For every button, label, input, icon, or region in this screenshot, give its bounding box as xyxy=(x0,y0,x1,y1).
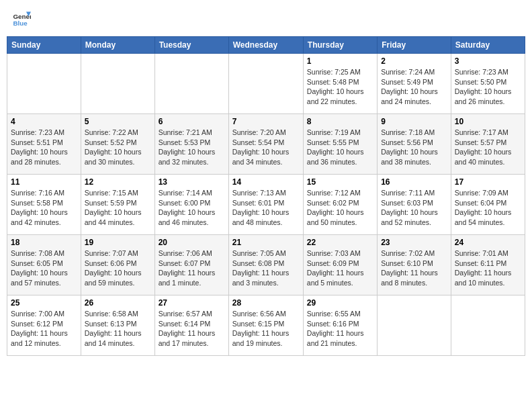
week-row-4: 18Sunrise: 7:08 AM Sunset: 6:05 PM Dayli… xyxy=(7,235,525,295)
empty-cell xyxy=(228,54,303,114)
day-info: Sunrise: 7:00 AM Sunset: 6:12 PM Dayligh… xyxy=(11,309,77,349)
week-row-1: 1Sunrise: 7:25 AM Sunset: 5:48 PM Daylig… xyxy=(7,54,525,114)
day-cell-7: 7Sunrise: 7:20 AM Sunset: 5:54 PM Daylig… xyxy=(228,114,303,175)
day-cell-21: 21Sunrise: 7:05 AM Sunset: 6:08 PM Dayli… xyxy=(228,235,303,295)
svg-text:Blue: Blue xyxy=(13,19,28,27)
day-cell-19: 19Sunrise: 7:07 AM Sunset: 6:06 PM Dayli… xyxy=(81,235,154,295)
empty-cell xyxy=(451,295,525,356)
day-number: 12 xyxy=(85,177,151,187)
week-row-2: 4Sunrise: 7:23 AM Sunset: 5:51 PM Daylig… xyxy=(7,114,525,175)
day-info: Sunrise: 7:19 AM Sunset: 5:55 PM Dayligh… xyxy=(307,128,373,167)
weekday-header-thursday: Thursday xyxy=(303,37,377,54)
day-info: Sunrise: 7:13 AM Sunset: 6:01 PM Dayligh… xyxy=(232,188,300,228)
day-info: Sunrise: 6:57 AM Sunset: 6:14 PM Dayligh… xyxy=(159,309,225,349)
day-number: 17 xyxy=(455,177,521,187)
day-info: Sunrise: 7:15 AM Sunset: 5:59 PM Dayligh… xyxy=(85,188,151,228)
day-info: Sunrise: 7:21 AM Sunset: 5:53 PM Dayligh… xyxy=(159,128,225,167)
day-info: Sunrise: 7:12 AM Sunset: 6:02 PM Dayligh… xyxy=(307,188,373,228)
day-info: Sunrise: 7:17 AM Sunset: 5:57 PM Dayligh… xyxy=(455,128,521,167)
day-cell-23: 23Sunrise: 7:02 AM Sunset: 6:10 PM Dayli… xyxy=(378,235,451,295)
weekday-header-row: SundayMondayTuesdayWednesdayThursdayFrid… xyxy=(7,37,525,54)
day-cell-8: 8Sunrise: 7:19 AM Sunset: 5:55 PM Daylig… xyxy=(303,114,377,175)
day-cell-20: 20Sunrise: 7:06 AM Sunset: 6:07 PM Dayli… xyxy=(154,235,228,295)
day-number: 26 xyxy=(85,298,151,308)
day-cell-15: 15Sunrise: 7:12 AM Sunset: 6:02 PM Dayli… xyxy=(303,175,377,235)
day-info: Sunrise: 7:14 AM Sunset: 6:00 PM Dayligh… xyxy=(159,188,225,228)
day-number: 15 xyxy=(307,177,373,187)
day-cell-4: 4Sunrise: 7:23 AM Sunset: 5:51 PM Daylig… xyxy=(7,114,81,175)
day-cell-29: 29Sunrise: 6:55 AM Sunset: 6:16 PM Dayli… xyxy=(303,295,377,356)
day-cell-1: 1Sunrise: 7:25 AM Sunset: 5:48 PM Daylig… xyxy=(303,54,377,114)
calendar-table: SundayMondayTuesdayWednesdayThursdayFrid… xyxy=(7,36,525,356)
day-info: Sunrise: 7:08 AM Sunset: 6:05 PM Dayligh… xyxy=(11,248,77,288)
day-number: 10 xyxy=(455,117,521,126)
day-info: Sunrise: 7:01 AM Sunset: 6:11 PM Dayligh… xyxy=(455,248,521,288)
day-number: 11 xyxy=(11,177,77,187)
day-number: 28 xyxy=(232,298,300,308)
weekday-header-saturday: Saturday xyxy=(451,37,525,54)
day-cell-25: 25Sunrise: 7:00 AM Sunset: 6:12 PM Dayli… xyxy=(7,295,81,356)
day-cell-26: 26Sunrise: 6:58 AM Sunset: 6:13 PM Dayli… xyxy=(81,295,154,356)
day-cell-2: 2Sunrise: 7:24 AM Sunset: 5:49 PM Daylig… xyxy=(378,54,451,114)
day-cell-22: 22Sunrise: 7:03 AM Sunset: 6:09 PM Dayli… xyxy=(303,235,377,295)
day-info: Sunrise: 7:07 AM Sunset: 6:06 PM Dayligh… xyxy=(85,248,151,288)
day-info: Sunrise: 6:56 AM Sunset: 6:15 PM Dayligh… xyxy=(232,309,300,349)
day-cell-6: 6Sunrise: 7:21 AM Sunset: 5:53 PM Daylig… xyxy=(154,114,228,175)
weekday-header-friday: Friday xyxy=(378,37,451,54)
week-row-3: 11Sunrise: 7:16 AM Sunset: 5:58 PM Dayli… xyxy=(7,175,525,235)
day-info: Sunrise: 7:16 AM Sunset: 5:58 PM Dayligh… xyxy=(11,188,77,228)
day-info: Sunrise: 7:22 AM Sunset: 5:52 PM Dayligh… xyxy=(85,128,151,167)
day-info: Sunrise: 7:02 AM Sunset: 6:10 PM Dayligh… xyxy=(381,248,447,288)
logo-icon: General Blue xyxy=(12,9,31,28)
day-number: 3 xyxy=(455,56,521,66)
day-number: 22 xyxy=(307,238,373,247)
day-cell-12: 12Sunrise: 7:15 AM Sunset: 5:59 PM Dayli… xyxy=(81,175,154,235)
day-cell-27: 27Sunrise: 6:57 AM Sunset: 6:14 PM Dayli… xyxy=(154,295,228,356)
day-number: 23 xyxy=(381,238,447,247)
day-info: Sunrise: 7:18 AM Sunset: 5:56 PM Dayligh… xyxy=(381,128,447,167)
day-cell-9: 9Sunrise: 7:18 AM Sunset: 5:56 PM Daylig… xyxy=(378,114,451,175)
day-info: Sunrise: 7:25 AM Sunset: 5:48 PM Dayligh… xyxy=(307,67,373,107)
day-number: 24 xyxy=(455,238,521,247)
day-cell-10: 10Sunrise: 7:17 AM Sunset: 5:57 PM Dayli… xyxy=(451,114,525,175)
day-info: Sunrise: 7:09 AM Sunset: 6:04 PM Dayligh… xyxy=(455,188,521,228)
day-number: 27 xyxy=(159,298,225,308)
day-number: 7 xyxy=(232,117,300,126)
day-info: Sunrise: 7:03 AM Sunset: 6:09 PM Dayligh… xyxy=(307,248,373,288)
day-cell-24: 24Sunrise: 7:01 AM Sunset: 6:11 PM Dayli… xyxy=(451,235,525,295)
day-info: Sunrise: 7:23 AM Sunset: 5:51 PM Dayligh… xyxy=(11,128,77,167)
page-header: General Blue xyxy=(7,7,525,31)
day-number: 20 xyxy=(159,238,225,247)
weekday-header-wednesday: Wednesday xyxy=(228,37,303,54)
weekday-header-tuesday: Tuesday xyxy=(154,37,228,54)
day-cell-5: 5Sunrise: 7:22 AM Sunset: 5:52 PM Daylig… xyxy=(81,114,154,175)
day-number: 16 xyxy=(381,177,447,187)
day-number: 8 xyxy=(307,117,373,126)
weekday-header-sunday: Sunday xyxy=(7,37,81,54)
day-number: 25 xyxy=(11,298,77,308)
day-number: 5 xyxy=(85,117,151,126)
empty-cell xyxy=(7,54,81,114)
day-number: 6 xyxy=(159,117,225,126)
day-number: 1 xyxy=(307,56,373,66)
day-number: 19 xyxy=(85,238,151,247)
day-info: Sunrise: 7:06 AM Sunset: 6:07 PM Dayligh… xyxy=(159,248,225,288)
day-info: Sunrise: 7:23 AM Sunset: 5:50 PM Dayligh… xyxy=(455,67,521,107)
day-number: 29 xyxy=(307,298,373,308)
day-number: 14 xyxy=(232,177,300,187)
day-info: Sunrise: 7:20 AM Sunset: 5:54 PM Dayligh… xyxy=(232,128,300,167)
day-info: Sunrise: 7:05 AM Sunset: 6:08 PM Dayligh… xyxy=(232,248,300,288)
day-number: 21 xyxy=(232,238,300,247)
logo: General Blue xyxy=(12,9,34,28)
empty-cell xyxy=(154,54,228,114)
day-cell-16: 16Sunrise: 7:11 AM Sunset: 6:03 PM Dayli… xyxy=(378,175,451,235)
day-info: Sunrise: 6:58 AM Sunset: 6:13 PM Dayligh… xyxy=(85,309,151,349)
day-cell-13: 13Sunrise: 7:14 AM Sunset: 6:00 PM Dayli… xyxy=(154,175,228,235)
day-number: 13 xyxy=(159,177,225,187)
day-number: 2 xyxy=(381,56,447,66)
day-cell-14: 14Sunrise: 7:13 AM Sunset: 6:01 PM Dayli… xyxy=(228,175,303,235)
week-row-5: 25Sunrise: 7:00 AM Sunset: 6:12 PM Dayli… xyxy=(7,295,525,356)
day-cell-18: 18Sunrise: 7:08 AM Sunset: 6:05 PM Dayli… xyxy=(7,235,81,295)
day-info: Sunrise: 7:24 AM Sunset: 5:49 PM Dayligh… xyxy=(381,67,447,107)
weekday-header-monday: Monday xyxy=(81,37,154,54)
